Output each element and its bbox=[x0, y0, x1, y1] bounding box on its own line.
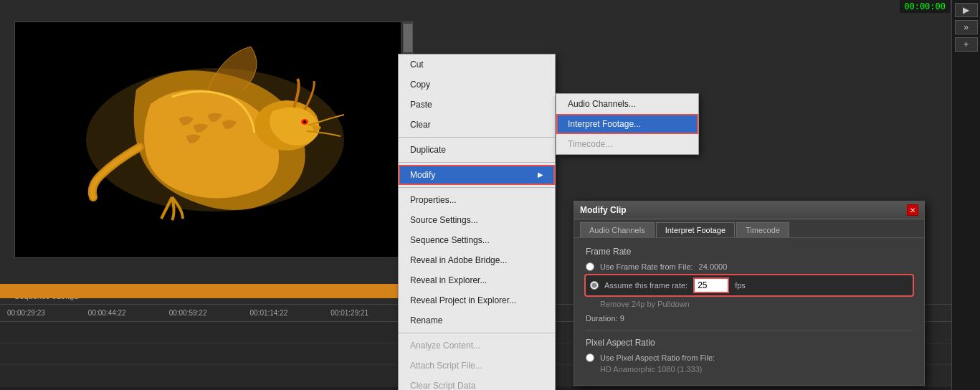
time-0: 00:00:29:23 bbox=[7, 309, 45, 317]
panel-btn-2[interactable]: » bbox=[955, 20, 978, 34]
pixel-from-file-radio[interactable] bbox=[586, 353, 594, 362]
menu-item-attach-script: Attach Script File... bbox=[399, 356, 555, 376]
separator-1 bbox=[399, 137, 555, 138]
time-1: 00:00:44:22 bbox=[88, 309, 126, 317]
menu-item-source-settings[interactable]: Source Settings... bbox=[399, 210, 555, 230]
time-2: 00:00:59:22 bbox=[169, 309, 207, 317]
menu-item-cut[interactable]: Cut bbox=[399, 54, 555, 75]
duration-label: Duration: bbox=[586, 314, 618, 323]
menu-item-paste[interactable]: Paste bbox=[399, 95, 555, 115]
panel-btn-1[interactable]: ▶ bbox=[955, 3, 978, 17]
separator-3 bbox=[399, 187, 555, 188]
assume-framerate-radio[interactable] bbox=[590, 281, 599, 290]
scroll-thumb[interactable] bbox=[404, 24, 412, 52]
tab-audio-channels[interactable]: Audio Channels bbox=[580, 222, 655, 237]
submenu-interpret-footage[interactable]: Interpret Footage... bbox=[556, 114, 698, 134]
context-menu: Cut Copy Paste Clear Duplicate Modify ▶ … bbox=[398, 54, 556, 390]
assume-framerate-label: Assume this frame rate: bbox=[604, 281, 688, 290]
pixel-from-file-label: Use Pixel Aspect Ratio from File: bbox=[600, 353, 715, 362]
use-from-file-label: Use Frame Rate from File: bbox=[600, 262, 693, 271]
svg-point-4 bbox=[303, 120, 306, 123]
menu-item-reveal-explorer[interactable]: Reveal in Explorer... bbox=[399, 270, 555, 290]
fps-label: fps bbox=[735, 281, 746, 290]
menu-item-duplicate[interactable]: Duplicate bbox=[399, 140, 555, 160]
frame-rate-input[interactable] bbox=[693, 277, 729, 293]
use-from-file-value: 24.0000 bbox=[699, 262, 728, 271]
sequence-bar[interactable] bbox=[0, 284, 416, 298]
menu-item-clear[interactable]: Clear bbox=[399, 115, 555, 135]
pixel-sub-value: HD Anamorphic 1080 (1.333) bbox=[600, 365, 702, 374]
use-from-file-radio[interactable] bbox=[586, 262, 594, 271]
timecode-display: 00:00:00 bbox=[900, 0, 950, 13]
pixel-from-file-row: Use Pixel Aspect Ratio from File: bbox=[586, 353, 913, 362]
video-preview bbox=[14, 22, 401, 258]
right-panel: ▶ » + bbox=[951, 0, 980, 390]
dialog-content: Frame Rate Use Frame Rate from File: 24.… bbox=[574, 238, 924, 385]
pixel-sub-row: HD Anamorphic 1080 (1.333) bbox=[586, 365, 913, 374]
frame-rate-title: Frame Rate bbox=[586, 247, 913, 257]
section-divider bbox=[586, 330, 913, 330]
modify-submenu: Audio Channels... Interpret Footage... T… bbox=[556, 93, 699, 155]
separator-4 bbox=[399, 333, 555, 333]
modify-clip-dialog: Modify Clip ✕ Audio Channels Interpret F… bbox=[574, 201, 925, 386]
submenu-timecode: Timecode... bbox=[556, 134, 698, 154]
modify-label: Modify bbox=[410, 168, 435, 182]
submenu-audio-channels[interactable]: Audio Channels... bbox=[556, 94, 698, 114]
panel-btn-3[interactable]: + bbox=[955, 37, 978, 52]
menu-item-rename[interactable]: Rename bbox=[399, 310, 555, 330]
time-3: 00:01:14:22 bbox=[249, 309, 287, 317]
dragon-preview bbox=[15, 22, 401, 257]
pixel-aspect-title: Pixel Aspect Ratio bbox=[586, 338, 913, 348]
menu-item-clear-script: Clear Script Data bbox=[399, 376, 555, 390]
dialog-tabs: Audio Channels Interpret Footage Timecod… bbox=[574, 219, 924, 238]
modify-arrow: ▶ bbox=[538, 168, 543, 182]
dialog-titlebar: Modify Clip ✕ bbox=[574, 201, 924, 219]
main-area: Sequence 010.tga 00:00:29:23 00:00:44:22… bbox=[0, 0, 980, 390]
menu-item-analyze: Analyze Content... bbox=[399, 336, 555, 356]
duration-row: Duration: 9 bbox=[586, 314, 913, 323]
tab-timecode[interactable]: Timecode bbox=[736, 222, 789, 237]
dialog-title: Modify Clip bbox=[580, 205, 627, 215]
remove-pulldown: Remove 24p by Pulldown bbox=[586, 300, 913, 308]
menu-item-reveal-project[interactable]: Reveal Project in Explorer... bbox=[399, 290, 555, 310]
dragon-image bbox=[29, 32, 387, 247]
menu-item-properties[interactable]: Properties... bbox=[399, 190, 555, 210]
menu-item-modify[interactable]: Modify ▶ bbox=[399, 165, 555, 185]
menu-item-sequence-settings[interactable]: Sequence Settings... bbox=[399, 230, 555, 250]
menu-item-reveal-bridge[interactable]: Reveal in Adobe Bridge... bbox=[399, 250, 555, 270]
menu-item-copy[interactable]: Copy bbox=[399, 75, 555, 95]
duration-value: 9 bbox=[620, 314, 624, 323]
separator-2 bbox=[399, 162, 555, 163]
use-from-file-row: Use Frame Rate from File: 24.0000 bbox=[586, 262, 913, 271]
time-4: 00:01:29:21 bbox=[330, 309, 368, 317]
dialog-close-button[interactable]: ✕ bbox=[907, 204, 918, 216]
timecode-value: 00:00:00 bbox=[904, 1, 946, 11]
tab-interpret-footage[interactable]: Interpret Footage bbox=[656, 222, 735, 237]
assume-framerate-row: Assume this frame rate: fps bbox=[586, 275, 913, 295]
